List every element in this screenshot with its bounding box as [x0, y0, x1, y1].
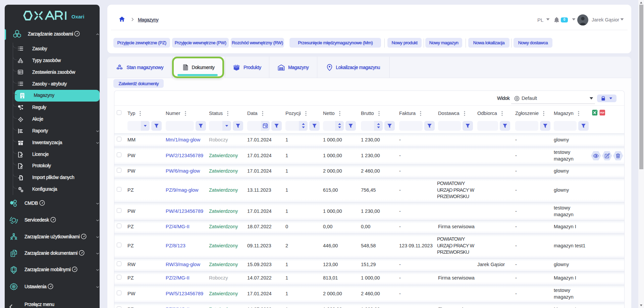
svg-text:PDF: PDF	[600, 112, 604, 114]
